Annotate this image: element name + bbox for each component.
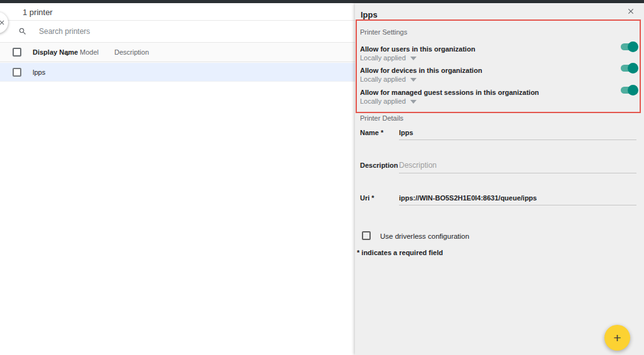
inheritance-dropdown-devices[interactable]: Locally applied [360, 75, 417, 83]
name-field-label: Name * [360, 129, 383, 136]
inheritance-dropdown-guest-sessions[interactable]: Locally applied [360, 97, 417, 105]
table-header: Display Name Model Description [0, 43, 355, 62]
inheritance-dropdown-users[interactable]: Locally applied [360, 54, 417, 62]
toggle-devices[interactable] [621, 63, 638, 74]
search-input[interactable] [39, 23, 315, 40]
inheritance-value: Locally applied [360, 97, 406, 105]
screen: 1 printer Display Name Model Description… [0, 0, 644, 355]
toggle-label-devices: Allow for devices in this organization [360, 67, 482, 74]
search-icon [18, 27, 27, 38]
toggle-users[interactable] [621, 41, 638, 52]
dropdown-icon [410, 100, 417, 104]
printer-list-panel: 1 printer Display Name Model Description… [0, 3, 355, 355]
row-display-name: lpps [33, 68, 45, 76]
search-bar [0, 21, 355, 43]
column-header-model[interactable]: Model [80, 48, 99, 56]
toggle-label-users: Allow for users in this organization [360, 45, 475, 53]
driverless-configuration-label: Use driverless configuration [380, 232, 469, 240]
printer-details-heading: Printer Details [360, 114, 403, 122]
driverless-configuration-checkbox[interactable] [362, 231, 371, 240]
toggle-guest-sessions[interactable] [621, 85, 638, 96]
description-field-label: Description [360, 161, 398, 169]
column-header-description[interactable]: Description [114, 48, 149, 56]
select-all-checkbox[interactable] [13, 48, 21, 57]
printer-settings-heading: Printer Settings [360, 28, 407, 36]
printer-count-label: 1 printer [23, 8, 53, 17]
name-field[interactable]: lpps [399, 129, 636, 140]
toggle-knob [628, 85, 638, 96]
plus-icon: + [613, 331, 621, 344]
table-row[interactable]: lpps [0, 63, 355, 82]
inheritance-value: Locally applied [360, 54, 406, 62]
required-field-note: * indicates a required field [357, 249, 443, 256]
add-printer-button[interactable]: + [604, 325, 630, 351]
column-header-display-name[interactable]: Display Name [33, 48, 78, 56]
uri-field[interactable]: ipps://WIN-BO5S2H1E0I4:8631/queue/ipps [399, 194, 636, 205]
description-placeholder: Description [399, 161, 437, 170]
dropdown-icon [410, 78, 417, 82]
dropdown-icon [410, 57, 417, 60]
sort-desc-icon[interactable] [63, 48, 71, 60]
list-header: 1 printer [0, 3, 355, 21]
close-panel-button[interactable] [625, 6, 636, 17]
toggle-knob [628, 41, 638, 52]
toggle-knob [628, 63, 638, 74]
uri-field-label: Uri * [360, 194, 374, 202]
description-field[interactable]: Description [399, 161, 636, 173]
toggle-label-guest-sessions: Allow for managed guest sessions in this… [360, 89, 539, 96]
panel-title: lpps [361, 10, 378, 19]
printer-detail-panel: lpps Printer Settings Allow for users in… [355, 3, 644, 355]
inheritance-value: Locally applied [360, 75, 406, 83]
row-checkbox[interactable] [13, 68, 21, 77]
